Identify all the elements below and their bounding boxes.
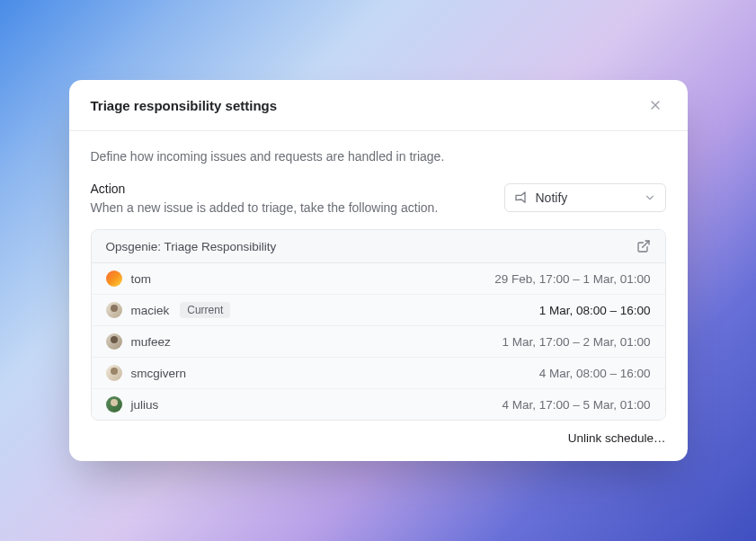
- action-text: Action When a new issue is added to tria…: [91, 182, 486, 215]
- avatar: [106, 365, 122, 381]
- action-select-label: Notify: [536, 191, 636, 205]
- action-select-wrapper: Notify: [504, 183, 666, 212]
- external-link-icon[interactable]: [636, 239, 651, 253]
- user-name: tom: [131, 272, 152, 286]
- time-range: 29 Feb, 17:00 – 1 Mar, 01:00: [494, 272, 650, 286]
- user-name: julius: [131, 398, 159, 412]
- current-badge: Current: [180, 302, 230, 318]
- unlink-row: Unlink schedule…: [91, 421, 666, 445]
- modal-header: Triage responsibility settings: [69, 80, 688, 131]
- schedule-title: Opsgenie: Triage Responsibility: [106, 240, 277, 253]
- schedule-list: tom 29 Feb, 17:00 – 1 Mar, 01:00 maciek …: [92, 263, 665, 420]
- user-name: mufeez: [131, 335, 171, 349]
- close-icon: [648, 98, 663, 112]
- time-range: 4 Mar, 08:00 – 16:00: [539, 367, 651, 380]
- user-name: maciek: [131, 304, 170, 317]
- notify-icon: [514, 191, 529, 205]
- schedule-row: smcgivern 4 Mar, 08:00 – 16:00: [92, 358, 665, 389]
- modal-body: Define how incoming issues and requests …: [69, 131, 688, 461]
- schedule-row: julius 4 Mar, 17:00 – 5 Mar, 01:00: [92, 389, 665, 420]
- time-range: 4 Mar, 17:00 – 5 Mar, 01:00: [502, 398, 650, 412]
- modal-title: Triage responsibility settings: [91, 98, 278, 113]
- modal-description: Define how incoming issues and requests …: [91, 149, 666, 164]
- action-select[interactable]: Notify: [504, 183, 666, 212]
- schedule-header: Opsgenie: Triage Responsibility: [92, 230, 665, 263]
- time-range: 1 Mar, 17:00 – 2 Mar, 01:00: [502, 335, 650, 349]
- user-name: smcgivern: [131, 367, 187, 380]
- unlink-schedule-button[interactable]: Unlink schedule…: [568, 431, 666, 445]
- schedule-row: mufeez 1 Mar, 17:00 – 2 Mar, 01:00: [92, 326, 665, 358]
- avatar: [106, 396, 122, 412]
- avatar: [106, 302, 122, 318]
- modal: Triage responsibility settings Define ho…: [69, 80, 688, 461]
- avatar: [106, 270, 122, 287]
- schedule-row: tom 29 Feb, 17:00 – 1 Mar, 01:00: [92, 263, 665, 295]
- avatar: [106, 333, 122, 350]
- chevron-down-icon: [644, 191, 656, 204]
- action-section: Action When a new issue is added to tria…: [91, 182, 666, 215]
- action-description: When a new issue is added to triage, tak…: [91, 200, 486, 215]
- close-button[interactable]: [645, 94, 666, 116]
- schedule-row: maciek Current 1 Mar, 08:00 – 16:00: [92, 295, 665, 326]
- svg-line-2: [642, 241, 648, 247]
- time-range: 1 Mar, 08:00 – 16:00: [539, 304, 651, 317]
- action-label: Action: [91, 182, 486, 196]
- schedule-card: Opsgenie: Triage Responsibility tom 29 F…: [91, 229, 666, 421]
